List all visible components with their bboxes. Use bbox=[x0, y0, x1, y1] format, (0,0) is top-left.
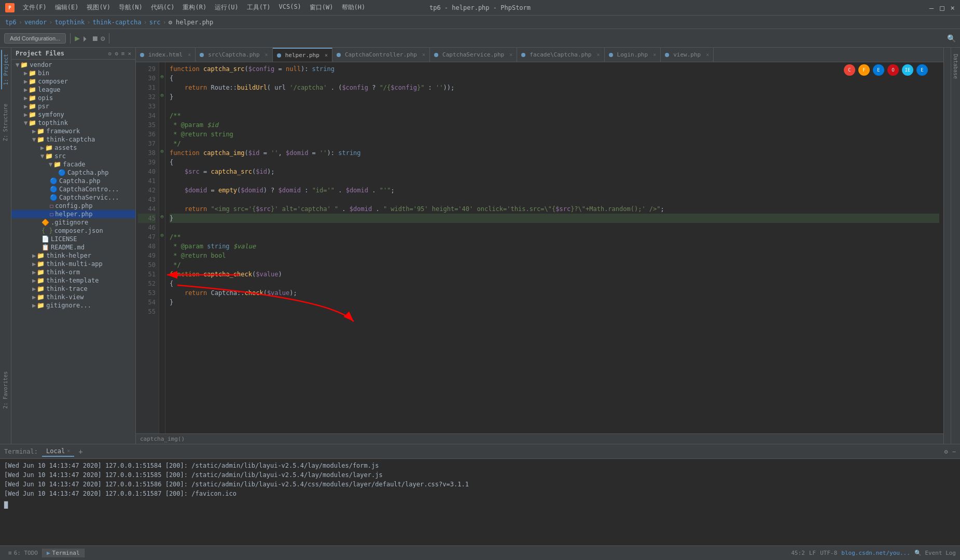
tree-item-think-view[interactable]: ▶ 📁 think-view bbox=[11, 293, 135, 301]
blog-link[interactable]: blog.csdn.net/you... bbox=[841, 550, 910, 556]
tree-item-think-helper[interactable]: ▶ 📁 think-helper bbox=[11, 251, 135, 260]
tree-locate-icon[interactable]: ⊙ bbox=[108, 50, 112, 57]
breadcrumb-vendor[interactable]: vendor bbox=[24, 19, 47, 26]
chrome-icon[interactable]: C bbox=[844, 64, 855, 76]
add-configuration-button[interactable]: Add Configuration... bbox=[4, 33, 66, 44]
tree-item-think-captcha[interactable]: ▼ 📁 think-captcha bbox=[11, 135, 135, 144]
tree-item-captcha-controller[interactable]: 🔵 CaptchaContro... bbox=[11, 185, 135, 193]
tree-item-psr[interactable]: ▶ 📁 psr bbox=[11, 102, 135, 110]
tree-item-symfony[interactable]: ▶ 📁 symfony bbox=[11, 110, 135, 119]
tab-close-facade[interactable]: × bbox=[596, 52, 600, 58]
database-panel-tab[interactable]: Database bbox=[952, 50, 959, 83]
tree-item-gitignore[interactable]: 🔶 .gitignore bbox=[11, 218, 135, 227]
opera-icon[interactable]: O bbox=[887, 64, 899, 76]
tab-close-view[interactable]: × bbox=[706, 52, 709, 58]
tab-login[interactable]: Login.php × bbox=[605, 48, 661, 62]
tree-item-src[interactable]: ▼ 📁 src bbox=[11, 152, 135, 160]
tab-captcha-php[interactable]: src\Captcha.php × bbox=[196, 48, 272, 62]
terminal-minimize-icon[interactable]: − bbox=[952, 448, 956, 455]
menu-vcs[interactable]: VCS(S) bbox=[275, 2, 305, 13]
tree-item-readme[interactable]: 📋 README.md bbox=[11, 243, 135, 251]
debug-icon[interactable]: ⏵ bbox=[82, 34, 89, 43]
project-panel-tab[interactable]: 1: Project bbox=[1, 50, 10, 89]
menu-view[interactable]: 视图(V) bbox=[82, 2, 115, 13]
tab-close-login[interactable]: × bbox=[653, 52, 656, 58]
tree-item-facade[interactable]: ▼ 📁 facade bbox=[11, 160, 135, 169]
tab-close-controller[interactable]: × bbox=[422, 52, 425, 58]
menu-edit[interactable]: 编辑(E) bbox=[51, 2, 83, 13]
tree-item-gitignore2[interactable]: ▶ 📁 gitignore... bbox=[11, 301, 135, 310]
tree-item-think-orm[interactable]: ▶ 📁 think-orm bbox=[11, 268, 135, 276]
tree-item-think-template[interactable]: ▶ 📁 think-template bbox=[11, 276, 135, 285]
tree-item-composer[interactable]: ▶ 📁 composer bbox=[11, 77, 135, 86]
menu-window[interactable]: 窗口(W) bbox=[305, 2, 338, 13]
search-icon[interactable]: 🔍 bbox=[947, 34, 956, 43]
tab-service[interactable]: CaptchaService.php × bbox=[430, 48, 517, 62]
menu-help[interactable]: 帮助(H) bbox=[338, 2, 370, 13]
tree-item-captcha-service[interactable]: 🔵 CaptchaServic... bbox=[11, 193, 135, 202]
tree-item-framework[interactable]: ▶ 📁 framework bbox=[11, 127, 135, 135]
run-icon[interactable]: ▶ bbox=[75, 33, 80, 43]
edge2-icon[interactable]: E bbox=[916, 64, 928, 76]
tree-close-icon[interactable]: × bbox=[128, 50, 131, 57]
tree-item-opis[interactable]: ▶ 📁 opis bbox=[11, 94, 135, 102]
terminal-settings-icon[interactable]: ⚙ bbox=[944, 448, 948, 455]
breadcrumb-tp6[interactable]: tp6 bbox=[5, 19, 17, 26]
tree-item-topthink[interactable]: ▼ 📁 topthink bbox=[11, 119, 135, 127]
maximize-button[interactable]: □ bbox=[940, 4, 944, 12]
terminal-panel-button[interactable]: ▶ Terminal bbox=[43, 549, 85, 557]
menu-refactor[interactable]: 重构(R) bbox=[178, 2, 211, 13]
tab-view[interactable]: view.php × bbox=[661, 48, 714, 62]
tree-item-config[interactable]: ◻ config.php bbox=[11, 202, 135, 210]
tab-helper[interactable]: helper.php × bbox=[273, 48, 332, 62]
tab-close-service[interactable]: × bbox=[509, 52, 512, 58]
edge-icon[interactable]: E bbox=[873, 64, 884, 76]
menu-code[interactable]: 代码(C) bbox=[147, 2, 179, 13]
tree-item-assets[interactable]: ▶ 📁 assets bbox=[11, 144, 135, 152]
window-controls[interactable]: — □ × bbox=[929, 4, 955, 12]
editor-scrollbar[interactable] bbox=[943, 48, 951, 444]
code-editor[interactable]: 2930313233 3435363738 3940414243 444546 … bbox=[136, 62, 943, 433]
breadcrumb-topthink[interactable]: topthink bbox=[55, 19, 85, 26]
menu-run[interactable]: 运行(U) bbox=[211, 2, 243, 13]
tab-close-helper[interactable]: × bbox=[325, 52, 328, 58]
tab-close-captcha[interactable]: × bbox=[265, 52, 268, 58]
code-content[interactable]: function captcha_src($config = null): st… bbox=[165, 62, 943, 433]
tree-item-license[interactable]: 📄 LICENSE bbox=[11, 235, 135, 243]
event-log-button[interactable]: 🔍 Event Log bbox=[914, 550, 956, 556]
favorites-panel-tab[interactable]: 2: Favorites bbox=[2, 367, 9, 413]
stop-icon[interactable]: ⏹ bbox=[91, 34, 99, 43]
tree-item-think-multi-app[interactable]: ▶ 📁 think-multi-app bbox=[11, 260, 135, 268]
tree-item-bin[interactable]: ▶ 📁 bin bbox=[11, 69, 135, 77]
close-button[interactable]: × bbox=[951, 4, 955, 12]
tree-gear-icon[interactable]: ≡ bbox=[121, 50, 125, 57]
tab-index[interactable]: index.html × bbox=[136, 48, 196, 62]
tree-item-composer-json[interactable]: { } composer.json bbox=[11, 227, 135, 235]
terminal-local-tab[interactable]: Local × bbox=[42, 446, 74, 457]
todo-panel-button[interactable]: ≡ 6: TODO bbox=[4, 549, 43, 557]
terminal-add-icon[interactable]: + bbox=[78, 447, 82, 456]
terminal-prompt[interactable]: █ bbox=[4, 500, 956, 510]
terminal-content[interactable]: [Wed Jun 10 14:13:47 2020] 127.0.0.1:515… bbox=[0, 459, 960, 545]
tree-item-captcha-php[interactable]: 🔵 Captcha.php bbox=[11, 177, 135, 185]
tree-settings-icon[interactable]: ⚙ bbox=[115, 50, 118, 57]
tab-controller[interactable]: CaptchaController.php × bbox=[332, 48, 430, 62]
ie-icon[interactable]: IE bbox=[902, 64, 913, 76]
firefox-icon[interactable]: F bbox=[858, 64, 870, 76]
tree-item-league[interactable]: ▶ 📁 league bbox=[11, 86, 135, 94]
breadcrumb-think-captcha[interactable]: think-captcha bbox=[93, 19, 142, 26]
menu-nav[interactable]: 导航(N) bbox=[115, 2, 147, 13]
breadcrumb-src[interactable]: src bbox=[149, 19, 161, 26]
build-icon[interactable]: ⚙ bbox=[101, 34, 105, 43]
tree-item-think-trace[interactable]: ▶ 📁 think-trace bbox=[11, 285, 135, 293]
tree-item-helper[interactable]: ◻ helper.php bbox=[11, 210, 135, 218]
terminal-tab-close-icon[interactable]: × bbox=[67, 448, 70, 454]
menu-file[interactable]: 文件(F) bbox=[19, 2, 51, 13]
tab-close-index[interactable]: × bbox=[188, 52, 191, 58]
structure-panel-tab[interactable]: Z: Structure bbox=[2, 100, 9, 145]
tab-facade[interactable]: facade\Captcha.php × bbox=[517, 48, 604, 62]
menu-tools[interactable]: 工具(T) bbox=[243, 2, 275, 13]
minimize-button[interactable]: — bbox=[929, 4, 934, 12]
tree-item-captcha-facade[interactable]: 🔵 Captcha.php bbox=[11, 169, 135, 177]
tree-item-vendor[interactable]: ▼ 📁 vendor bbox=[11, 61, 135, 69]
